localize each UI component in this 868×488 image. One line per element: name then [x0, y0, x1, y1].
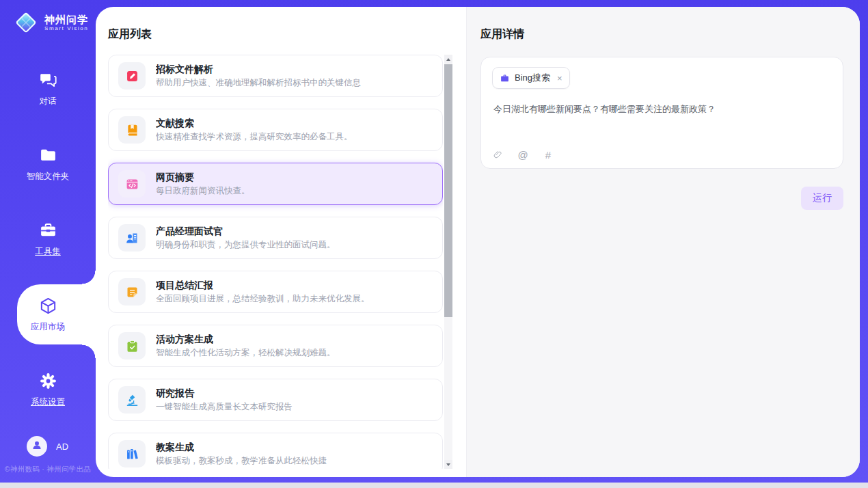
- cube-icon: [39, 297, 57, 315]
- app-card-description: 全面回顾项目进展，总结经验教训，助力未来优化发展。: [156, 293, 370, 305]
- sidebar-nav: 对话智能文件夹工具集应用市场系统设置: [0, 51, 96, 427]
- sidebar-item-label: 应用市场: [31, 321, 65, 333]
- folder-icon: [39, 146, 57, 165]
- app-card-产品经理面试官[interactable]: 产品经理面试官明确身份和职责，为您提供专业性的面试问题。: [108, 217, 443, 259]
- hash-tag-icon[interactable]: #: [543, 149, 554, 160]
- app-card-description: 明确身份和职责，为您提供专业性的面试问题。: [156, 239, 336, 251]
- app-card-title: 产品经理面试官: [156, 225, 336, 237]
- note-icon: [118, 278, 146, 306]
- app-card-网页摘要[interactable]: 网页摘要每日政府新闻资讯快查。: [108, 163, 443, 205]
- sidebar-item-对话[interactable]: 对话: [0, 51, 96, 126]
- app-card-description: 快速精准查找学术资源，提高研究效率的必备工具。: [156, 131, 353, 143]
- app-card-title: 项目总结汇报: [156, 279, 370, 291]
- briefcase-icon: [500, 73, 510, 83]
- user-account[interactable]: AD: [0, 436, 96, 457]
- chat-icon: [39, 71, 57, 90]
- sidebar-item-label: 对话: [40, 96, 57, 107]
- gear-icon: [39, 372, 57, 390]
- app-card-title: 活动方案生成: [156, 333, 336, 345]
- doc-edit-icon: [118, 62, 146, 90]
- app-detail-panel: 应用详情 Bing搜索 × 今日湖北有哪些新闻要点？有哪些需要关注的最新政策？ …: [466, 7, 860, 477]
- app-list-panel: 应用列表 招标文件解析帮助用户快速、准确地理解和解析招标书中的关键信息文献搜索快…: [96, 7, 466, 477]
- tool-tag-label: Bing搜索: [515, 72, 550, 84]
- scroll-down-button[interactable]: [444, 460, 452, 469]
- toolbox-icon: [39, 221, 57, 240]
- app-card-description: 智能生成个性化活动方案，轻松解决规划难题。: [156, 347, 336, 359]
- avatar: [27, 436, 47, 457]
- at-mention-icon[interactable]: @: [517, 149, 528, 160]
- scrollbar-thumb[interactable]: [444, 64, 452, 317]
- composer-toolbar: @ #: [492, 149, 554, 160]
- tool-tag-bing-search[interactable]: Bing搜索 ×: [492, 67, 570, 89]
- app-card-项目总结汇报[interactable]: 项目总结汇报全面回顾项目进展，总结经验教训，助力未来优化发展。: [108, 271, 443, 313]
- books-icon: [118, 440, 146, 467]
- prompt-card: Bing搜索 × 今日湖北有哪些新闻要点？有哪些需要关注的最新政策？ @ #: [480, 57, 843, 169]
- brand-name: 神州问学: [44, 14, 88, 25]
- content-panel: 应用列表 招标文件解析帮助用户快速、准确地理解和解析招标书中的关键信息文献搜索快…: [96, 7, 860, 477]
- app-list-title: 应用列表: [96, 7, 466, 42]
- close-icon[interactable]: ×: [557, 74, 562, 83]
- sidebar-item-label: 工具集: [35, 246, 61, 258]
- app-card-title: 网页摘要: [156, 171, 250, 183]
- app-card-文献搜索[interactable]: 文献搜索快速精准查找学术资源，提高研究效率的必备工具。: [108, 109, 443, 151]
- app-card-title: 招标文件解析: [156, 63, 361, 75]
- interviewer-icon: [118, 224, 146, 252]
- paperclip-icon[interactable]: [492, 149, 503, 160]
- app-detail-title: 应用详情: [480, 27, 843, 42]
- app-card-研究报告[interactable]: 研究报告一键智能生成高质量长文本研究报告: [108, 379, 443, 421]
- app-card-description: 一键智能生成高质量长文本研究报告: [156, 401, 293, 413]
- research-icon: [118, 386, 146, 414]
- sidebar-item-label: 智能文件夹: [27, 171, 70, 182]
- app-card-教案生成[interactable]: 教案生成模板驱动，教案秒成，教学准备从此轻松快捷: [108, 433, 443, 469]
- app-card-title: 教案生成: [156, 441, 327, 453]
- sidebar-item-系统设置[interactable]: 系统设置: [0, 352, 96, 427]
- sidebar: 神州问学 Smart Vision 对话智能文件夹工具集应用市场系统设置 AD …: [0, 0, 96, 483]
- book-icon: [118, 116, 146, 144]
- app-card-title: 文献搜索: [156, 117, 353, 129]
- app-card-活动方案生成[interactable]: 活动方案生成智能生成个性化活动方案，轻松解决规划难题。: [108, 325, 443, 367]
- scrollbar: [444, 55, 452, 469]
- app-list: 招标文件解析帮助用户快速、准确地理解和解析招标书中的关键信息文献搜索快速精准查找…: [108, 55, 443, 469]
- brand-subtitle: Smart Vision: [44, 25, 88, 31]
- brand-logo: 神州问学 Smart Vision: [0, 0, 96, 36]
- scroll-up-button[interactable]: [444, 55, 452, 64]
- app-card-description: 模板驱动，教案秒成，教学准备从此轻松快捷: [156, 455, 327, 467]
- app-window: 神州问学 Smart Vision 对话智能文件夹工具集应用市场系统设置 AD …: [0, 0, 868, 483]
- sidebar-item-工具集[interactable]: 工具集: [0, 202, 96, 277]
- clipboard-check-icon: [118, 332, 146, 360]
- sidebar-item-智能文件夹[interactable]: 智能文件夹: [0, 126, 96, 202]
- app-card-description: 每日政府新闻资讯快查。: [156, 185, 250, 197]
- sidebar-item-label: 系统设置: [31, 396, 65, 408]
- diamond-logo-icon: [12, 9, 40, 36]
- app-card-description: 帮助用户快速、准确地理解和解析招标书中的关键信息: [156, 77, 361, 89]
- copyright-footer: ©神州数码 · 神州问学出品: [0, 465, 96, 474]
- user-name: AD: [56, 442, 68, 452]
- query-input[interactable]: 今日湖北有哪些新闻要点？有哪些需要关注的最新政策？: [493, 103, 830, 128]
- run-button[interactable]: 运行: [801, 187, 843, 210]
- app-card-招标文件解析[interactable]: 招标文件解析帮助用户快速、准确地理解和解析招标书中的关键信息: [108, 55, 443, 97]
- browser-code-icon: [118, 170, 146, 198]
- app-card-title: 研究报告: [156, 387, 293, 399]
- sidebar-item-应用市场[interactable]: 应用市场: [0, 277, 96, 352]
